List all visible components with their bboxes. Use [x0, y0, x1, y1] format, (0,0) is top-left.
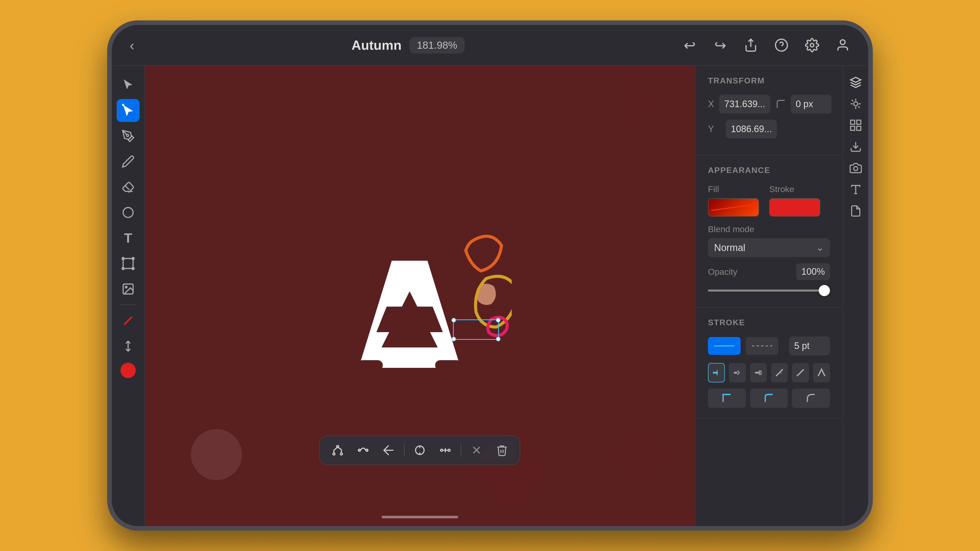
blend-mode-select[interactable]: Normal Multiply Screen Overlay: [708, 238, 830, 257]
cap-btn-round[interactable]: [729, 363, 746, 383]
document-panel-btn[interactable]: [847, 202, 865, 220]
cap-btn-butt[interactable]: [708, 363, 725, 383]
ctx-delete-node[interactable]: [379, 440, 399, 460]
selection-box: [453, 319, 499, 340]
corner-radius-input[interactable]: [791, 95, 832, 114]
corner-join-grid: [708, 389, 830, 408]
tool-direct-select[interactable]: [117, 99, 140, 122]
solid-line-icon: [714, 345, 735, 346]
redo-button[interactable]: ↪: [710, 35, 730, 56]
fx-panel-btn[interactable]: [847, 95, 865, 113]
ctx-smooth-node[interactable]: [353, 440, 373, 460]
right-sidebar: [843, 66, 868, 526]
sel-handle-tr[interactable]: [496, 318, 501, 322]
join-btn-bevel[interactable]: [771, 363, 788, 383]
tool-pencil[interactable]: [117, 150, 140, 173]
y-row: Y: [708, 120, 830, 138]
tool-text[interactable]: T: [117, 227, 140, 249]
x-label: X: [708, 99, 714, 110]
opacity-thumb[interactable]: [819, 285, 830, 296]
svg-point-1: [810, 43, 814, 47]
undo-button[interactable]: ↩: [679, 35, 700, 56]
join-btn-miter[interactable]: [813, 363, 830, 383]
tool-select[interactable]: [117, 73, 140, 97]
svg-rect-40: [851, 126, 855, 130]
corner-radius-icon: [775, 98, 787, 110]
home-indicator: [382, 516, 458, 518]
leaf-1: [466, 236, 501, 271]
user-button[interactable]: [832, 35, 853, 56]
left-toolbar: T: [112, 66, 145, 526]
join-btn-round[interactable]: [792, 363, 809, 383]
ctx-join-path[interactable]: [435, 440, 455, 460]
x-input[interactable]: [719, 95, 770, 114]
ctx-break-path[interactable]: [410, 440, 430, 460]
a-foot-right: [435, 360, 462, 370]
deco-circle-tl: [160, 86, 201, 127]
stroke-width-input[interactable]: [789, 337, 830, 355]
tool-image[interactable]: [117, 278, 140, 300]
tool-pen[interactable]: [117, 124, 140, 148]
appearance-title: APPEARANCE: [708, 165, 830, 175]
camera-panel-btn[interactable]: [847, 159, 865, 177]
settings-button[interactable]: [802, 35, 822, 56]
layers-panel-btn[interactable]: [847, 73, 865, 91]
stroke-dashed-btn[interactable]: [746, 337, 778, 355]
sel-handle-tl[interactable]: [452, 318, 456, 322]
back-button[interactable]: ‹: [127, 35, 137, 56]
text-style-panel-btn[interactable]: [847, 181, 865, 198]
fill-label: Fill: [708, 184, 759, 194]
stroke-swatch[interactable]: [769, 198, 820, 217]
fill-swatch[interactable]: [708, 198, 759, 217]
corner-radius-group: [775, 95, 832, 114]
tool-transform[interactable]: [117, 252, 140, 275]
zoom-level[interactable]: 181.98%: [409, 37, 465, 54]
tool-align[interactable]: [117, 335, 140, 358]
opacity-track: [708, 289, 830, 292]
ctx-node-tool[interactable]: [328, 440, 348, 460]
corner-btn-round[interactable]: [750, 389, 788, 408]
tool-brush[interactable]: [117, 309, 140, 332]
tool-eraser[interactable]: [117, 176, 140, 198]
svg-point-22: [441, 449, 442, 451]
svg-point-16: [340, 453, 342, 455]
svg-point-2: [122, 104, 124, 106]
share-button[interactable]: [741, 35, 761, 56]
svg-point-7: [132, 257, 134, 260]
arrange-panel-btn[interactable]: [847, 116, 865, 134]
main-area: T: [112, 66, 868, 526]
help-button[interactable]: [771, 35, 792, 56]
sel-handle-bl[interactable]: [452, 337, 456, 341]
canvas-area[interactable]: ✕: [145, 66, 695, 526]
svg-point-9: [132, 267, 134, 270]
toolbar-divider: [121, 305, 136, 305]
export-panel-btn[interactable]: [847, 138, 865, 156]
y-input[interactable]: [726, 120, 777, 138]
stroke-solid-btn[interactable]: [708, 337, 741, 355]
corner-btn-sharp[interactable]: [708, 389, 746, 408]
ctx-delete[interactable]: [492, 440, 512, 460]
tool-shape[interactable]: [117, 201, 140, 224]
sel-handle-br[interactable]: [496, 337, 501, 341]
svg-marker-30: [851, 77, 861, 83]
opacity-label: Opacity: [708, 267, 791, 277]
opacity-row: Opacity 100%: [708, 263, 830, 280]
dashed-line-icon: [752, 345, 772, 346]
ctx-close[interactable]: ✕: [466, 440, 487, 460]
blend-mode-wrapper: Normal Multiply Screen Overlay: [708, 238, 830, 257]
opacity-value: 100%: [796, 263, 830, 280]
svg-rect-5: [123, 259, 133, 268]
artwork-svg: [307, 210, 512, 388]
svg-line-35: [858, 106, 860, 108]
document-title: Autumn: [352, 38, 401, 53]
a-foot-left: [357, 360, 383, 370]
stroke-label: Stroke: [769, 184, 820, 194]
svg-rect-38: [851, 120, 855, 124]
stroke-style-row: [708, 337, 830, 355]
right-panel: TRANSFORM X Y AP: [695, 66, 843, 526]
cap-btn-square[interactable]: [750, 363, 767, 383]
svg-point-4: [123, 208, 133, 218]
svg-rect-39: [857, 120, 861, 124]
corner-btn-smooth[interactable]: [792, 389, 830, 408]
deco-circle-bl: [191, 429, 242, 480]
